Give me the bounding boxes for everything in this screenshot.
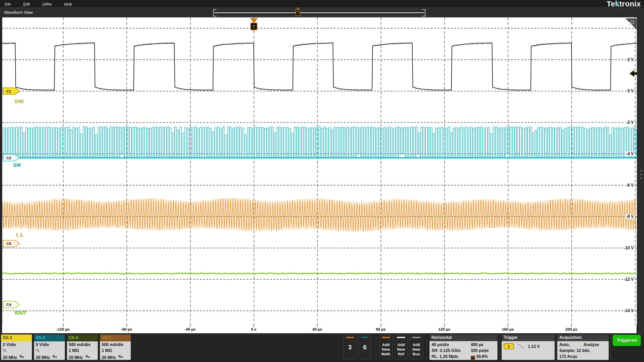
ch4-scale: 500 mA/div [69,342,96,348]
overview-trigger-marker[interactable]: T [296,9,300,16]
bandwidth-limit-icon: BW [20,355,24,358]
svg-text:T: T [253,24,255,29]
falling-edge-icon [517,343,525,349]
math-color-stripe [382,337,390,338]
trigger-position-marker[interactable]: T [251,18,257,33]
horizontal-overview-slider[interactable]: T [214,10,425,16]
channel-badge-ch5[interactable]: Ch 5 500 mA/div 1 MΩ 20 MHzBW [100,334,131,360]
wave-label-sw[interactable]: SW [13,163,21,168]
divider [500,335,500,360]
add-new-ref-button[interactable]: AddNewRef [394,335,408,359]
waveform-canvas[interactable]: T C1 C2 C5 C4 [2,17,637,325]
probe-icon [3,349,7,352]
ch4-bandwidth: 20 MHzBW [69,354,96,360]
trace-iout[interactable] [2,273,636,274]
time-tick [190,325,190,327]
time-tick [126,325,127,327]
ch4-header: Ch 4 [67,334,98,341]
trigger-level-arrow[interactable] [630,70,637,77]
horizontal-window: 400 µs [471,342,495,348]
ch4-impedance: 1 MΩ [69,348,96,354]
trace-sw[interactable] [2,127,637,158]
results-sidebar-handle [638,8,644,333]
grid-vertical [63,17,635,325]
bandwidth-limit-icon: BW [85,355,90,358]
sample-rate: SR: 3.125 GS/s [432,348,471,354]
trigger-badge[interactable]: Trigger 1 1.12 V [502,334,555,360]
ch2-bandwidth: 20 MHzBW [36,354,63,360]
probe-icon [36,349,40,352]
wave-label-dim[interactable]: DIM [15,99,24,104]
svg-text:C1: C1 [6,89,11,93]
trigger-t-icon: T [296,10,300,16]
ch5-header: Ch 5 [100,334,131,341]
time-tick [381,325,381,327]
menu-help[interactable]: Help [64,2,72,6]
time-tick-label: -120 µs [56,327,70,331]
menu-utility[interactable]: Utility [42,2,52,6]
zoom-corner-button[interactable] [626,19,637,29]
ch1-scale: 2 V/div [3,342,30,348]
acq-count: 172 Acqs [559,354,607,359]
voltage-tick-label: -12 V [623,277,634,282]
view-title: Waveform View [4,10,33,15]
channel-badge-ch1[interactable]: Ch 1 2 V/div 20 MHzBW [1,334,32,360]
acq-mode: Auto, [559,342,583,348]
resolution: 320 ps/pt [471,348,495,354]
divider [426,335,427,360]
ch5-bandwidth: 20 MHzBW [102,354,129,360]
time-tick-label: 120 µs [438,327,450,331]
ch2-scale: 5 V/div [36,342,63,348]
channel-6-button[interactable]: 6 [358,335,371,359]
acquisition-badge[interactable]: Acquisition Auto,Analyze Sample: 12 bits… [557,334,609,360]
time-tick-label: 200 µs [565,327,577,331]
channel-badge-c1[interactable]: C1 [3,88,20,94]
trigger-title: Trigger [502,334,555,341]
add-new-math-button[interactable]: AddNewMath [379,335,393,359]
menu-edit[interactable]: Edit [23,2,30,6]
voltage-tick-label: -10 V [623,246,634,250]
horizontal-title: Horizontal [430,334,497,341]
wave-label-iout[interactable]: IOUT [15,310,26,316]
acq-analyze: Analyze [583,342,599,347]
horizontal-badge[interactable]: Horizontal 40 µs/div 400 µs SR: 3.125 GS… [430,334,497,360]
time-tick-label: 0 s [251,327,256,331]
channel-badge-c4[interactable]: C4 [3,301,20,308]
ch1-bandwidth: 20 MHzBW [3,354,30,360]
divider [376,335,376,360]
ch1-header: Ch 1 [1,334,32,341]
waveform-plot[interactable]: T C1 C2 C5 C4 2 V0 V-2 V-4 V-6 V-8 V-10 … [2,17,637,325]
channel-3-button[interactable]: 3 [344,335,356,359]
time-tick-label: -80 µs [121,327,132,331]
ch6-color-stripe [361,337,369,338]
channel-badge-ch2[interactable]: Ch 2 5 V/div 20 MHzBW [34,334,65,360]
time-tick-label: 160 µs [502,327,514,331]
ch2-header: Ch 2 [34,334,65,341]
acquisition-title: Acquisition [557,334,609,341]
ref-color-stripe [397,337,405,338]
view-header-bar: Waveform View T [0,8,638,17]
time-tick [253,325,254,327]
trigger-caret-icon [296,8,299,10]
trigger-position-icon: T [471,356,475,360]
trace-dim[interactable] [2,43,637,90]
triggered-indicator: Triggered [612,334,641,346]
overview-line [214,12,424,13]
time-tick [508,325,508,327]
menu-file[interactable]: File [5,2,11,6]
wave-label-i_l[interactable]: I_L [16,232,23,238]
sidebar-drag-handle-icon[interactable] [641,167,642,182]
oscilloscope-app: File Edit Utility Help Tektronix Wavefor… [0,0,644,362]
channel-badge-ch4[interactable]: Ch 4 500 mA/div 1 MΩ 20 MHzBW [67,334,98,360]
svg-text:C4: C4 [6,302,11,307]
time-axis: -120 µs-80 µs-40 µs0 s40 µs80 µs120 µs16… [2,325,637,333]
grid-horizontal [2,28,637,311]
divider [610,335,611,360]
trigger-source-badge: 1 [504,343,514,349]
time-tick [63,325,63,327]
add-new-bus-button[interactable]: AddNewBus [409,335,423,359]
channel-badge-c2[interactable]: C2 [3,154,20,161]
voltage-tick-label: -6 V [625,183,634,188]
channel-badge-c5[interactable]: C5 [3,240,20,247]
ch5-impedance: 1 MΩ [102,348,129,354]
